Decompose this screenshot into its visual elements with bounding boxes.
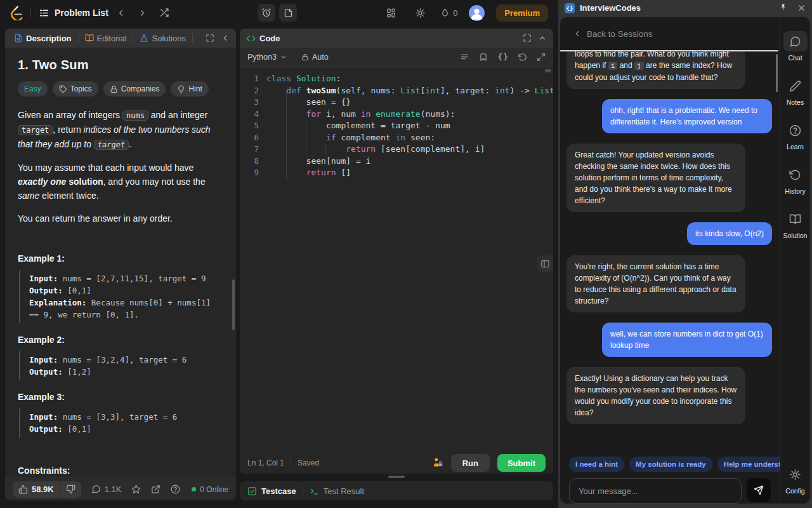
code-panel: Code Python3 Auto [240, 29, 553, 474]
rail-item-chat[interactable]: Chat [783, 31, 808, 62]
close-icon [797, 4, 806, 12]
panel-resize-handle[interactable] [388, 476, 405, 478]
problem-list-icon [39, 8, 49, 18]
send-button[interactable] [747, 478, 771, 502]
line-number: 4 [245, 109, 259, 121]
pin-button[interactable] [779, 3, 787, 13]
layout-button[interactable] [382, 4, 400, 22]
timer-button[interactable] [258, 4, 275, 22]
user-icon [469, 5, 485, 21]
chat-scrollbar[interactable] [776, 54, 778, 92]
tab-description[interactable]: Description [11, 34, 74, 43]
next-question-button[interactable] [134, 4, 152, 22]
reset-code-button[interactable] [518, 53, 527, 62]
example-row: Input: nums = [2,7,11,15], target = 9 [29, 272, 223, 284]
tab-editorial[interactable]: Editorial [82, 34, 129, 43]
close-button[interactable] [797, 4, 806, 12]
like-button[interactable]: 58.9K [13, 481, 60, 498]
avatar[interactable] [469, 5, 485, 21]
rail-item-solution[interactable]: Solution [783, 209, 808, 239]
rail-item-config[interactable]: Config [783, 464, 808, 495]
line-number: 6 [245, 132, 259, 144]
rail-item-notes[interactable]: Notes [783, 76, 808, 106]
indent-guide [286, 91, 287, 180]
description-tabs: Description Editorial Solutions [11, 34, 197, 43]
indent-guide [306, 120, 306, 167]
problem-description: 1. Two Sum Easy Topics Companies [5, 48, 236, 478]
bookmark-button[interactable] [479, 53, 488, 62]
badge-row: Easy Topics Companies Hint [18, 81, 223, 97]
align-lines-icon [460, 52, 469, 62]
statement-paragraph: You may assume that each input would hav… [18, 161, 223, 203]
chevron-up-icon [538, 34, 547, 43]
description-scrollbar[interactable] [232, 279, 235, 330]
format-code-button[interactable] [460, 52, 469, 62]
problem-list-button[interactable]: Problem List [39, 8, 108, 18]
code-line: 4 for i, num in enumerate(nums): [240, 109, 553, 121]
difficulty-badge[interactable]: Easy [18, 81, 48, 97]
comments-button[interactable]: 1.1K [91, 485, 122, 494]
message-bubble: well, we can store numbers in dict to ge… [602, 323, 772, 357]
run-button[interactable]: Run [451, 454, 490, 472]
back-to-sessions-button[interactable]: Back to Sessions [560, 17, 780, 50]
code-line: 6 if complement in seen: [240, 132, 553, 144]
hint-label: Hint [188, 84, 202, 93]
message-bubble: its kinda slow, O(n2) [687, 222, 772, 245]
panel-toggle-button[interactable] [537, 255, 553, 272]
test-result-tab[interactable]: Test Result [310, 486, 364, 496]
topics-badge[interactable]: Topics [53, 81, 98, 97]
assistant-message: loops to find the pair. What do you thin… [566, 51, 772, 89]
language-selector[interactable]: Python3 [247, 53, 287, 62]
quick-action-chip[interactable]: My solution is ready [629, 457, 712, 472]
streak-counter[interactable]: 0 [440, 8, 457, 18]
indent-guide [325, 144, 326, 156]
maximize-icon [206, 34, 214, 43]
code-icon [246, 34, 256, 43]
editor-scrollbar[interactable] [545, 69, 551, 72]
tag-icon [59, 85, 67, 93]
maximize-2-icon [537, 53, 546, 62]
line-number: 3 [245, 97, 259, 109]
share-button[interactable] [151, 485, 160, 494]
code-editor[interactable]: 1class Solution:2 def twoSum(self, nums:… [240, 67, 553, 452]
leetcode-logo[interactable] [9, 5, 23, 20]
tab-solutions[interactable]: Solutions [137, 34, 188, 43]
quick-action-chip[interactable]: Help me understand t [717, 457, 780, 472]
testcase-tab[interactable]: Testcase [247, 486, 296, 496]
save-status: Saved [298, 458, 319, 467]
assistant-message: You're right, the current solution has a… [566, 255, 772, 312]
auto-toggle[interactable]: Auto [301, 53, 329, 62]
expand-panel-button[interactable] [206, 34, 214, 43]
snippets-button[interactable]: {} [497, 52, 509, 62]
random-question-button[interactable] [155, 4, 173, 22]
debugger-lock-icon[interactable] [432, 457, 443, 469]
settings-button[interactable] [411, 4, 429, 22]
description-panel-header: Description Editorial Solutions [5, 29, 236, 48]
notes-button[interactable] [279, 4, 297, 22]
submit-button[interactable]: Submit [497, 454, 546, 472]
fullscreen-editor-button[interactable] [537, 53, 546, 62]
example-heading: Example 2: [18, 335, 223, 345]
expand-code-button[interactable] [523, 34, 532, 43]
collapse-panel-button[interactable] [221, 34, 230, 43]
description-panel: Description Editorial Solutions [5, 29, 236, 500]
user-message: its kinda slow, O(n2) [566, 222, 772, 245]
premium-button[interactable]: Premium [496, 4, 548, 22]
favorite-button[interactable] [131, 485, 141, 494]
quick-action-chip[interactable]: I need a hint [569, 457, 624, 472]
hint-badge[interactable]: Hint [171, 81, 208, 97]
chat-icon [789, 36, 801, 48]
feedback-button[interactable] [171, 485, 180, 494]
back-label: Back to Sessions [587, 29, 653, 39]
lock-icon [301, 53, 309, 61]
dislike-button[interactable] [60, 481, 81, 498]
companies-badge[interactable]: Companies [103, 81, 166, 97]
user-message: ohh, right! that is a problematic. We ne… [566, 99, 772, 133]
rail-item-learn[interactable]: Learn [783, 120, 808, 150]
collapse-code-button[interactable] [538, 34, 547, 43]
rail-item-history[interactable]: History [783, 164, 808, 195]
example-heading: Example 3: [18, 392, 223, 402]
line-content: def twoSum(self, nums: List[int], target… [266, 85, 553, 97]
prev-question-button[interactable] [112, 4, 130, 22]
message-input[interactable] [569, 478, 742, 504]
